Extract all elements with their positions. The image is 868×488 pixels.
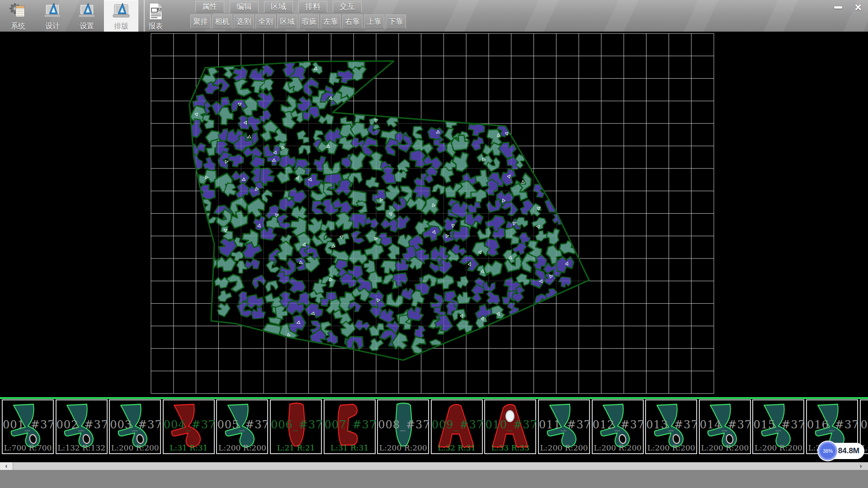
piece-label: 015_#37	[753, 418, 803, 431]
memory-percent: 38%	[818, 441, 837, 460]
menu-edit[interactable]: 编辑	[230, 1, 259, 13]
ruler-laptop-icon	[42, 1, 62, 21]
tool-cut-all[interactable]: 全割	[255, 14, 276, 29]
piece-lr-count: L:200 R:200	[217, 443, 267, 452]
tool-select-cut[interactable]: 选割	[234, 14, 254, 29]
ribbon-tab-label: 设计	[45, 22, 60, 31]
piece-cell-002_#37[interactable]: 002_#37L:132 R:132	[56, 399, 108, 454]
strip-accent-line	[0, 397, 868, 399]
tool-snap-up[interactable]: 上靠	[364, 14, 384, 29]
window-controls: ×	[830, 1, 866, 14]
piece-lr-count: L:200 R:200	[539, 443, 589, 452]
scroll-right-arrow[interactable]: ›	[856, 462, 865, 470]
ribbon-tab-label: 设置	[80, 22, 94, 31]
piece-cell-015_#37[interactable]: 015_#37L:200 R:200	[752, 399, 804, 454]
piece-label: 014_#37	[700, 418, 750, 431]
ribbon-tab-label: 系统	[11, 22, 25, 31]
horizontal-scrollbar[interactable]: ‹ ›	[0, 462, 868, 470]
piece-cell-014_#37[interactable]: 014_#37L:200 R:200	[699, 399, 751, 454]
piece-label: 001_#37	[3, 418, 53, 431]
tool-defect[interactable]: 瑕疵	[299, 14, 319, 29]
piece-lr-count: L:200 R:200	[700, 443, 750, 452]
titlebar: 系统设计设置排版报表 属性编辑区域排料交互 聚排相机选割全割区域瑕疵左靠右靠上靠…	[0, 0, 868, 32]
piece-label: 012_#37	[593, 418, 643, 431]
piece-label: 011_#37	[539, 418, 589, 431]
close-icon: ×	[854, 1, 861, 13]
ruler-laptop-icon	[77, 1, 97, 21]
piece-label: 002_#37	[57, 418, 107, 431]
piece-lr-count: L:200 R:200	[110, 443, 160, 452]
ribbon-tab-nesting[interactable]: 排版	[104, 0, 138, 32]
tool-snap-right[interactable]: 右靠	[342, 14, 363, 29]
status-bar	[0, 470, 868, 488]
menu-properties[interactable]: 属性	[195, 1, 224, 13]
piece-label: 006_#37	[271, 418, 321, 431]
nesting-canvas[interactable]	[0, 32, 868, 397]
close-button[interactable]: ×	[850, 1, 866, 14]
piece-lr-count: L:31 R:31	[325, 443, 375, 452]
minimize-button[interactable]	[830, 1, 846, 14]
piece-cell-012_#37[interactable]: 012_#37L:200 R:200	[592, 399, 644, 454]
piece-cell-007_#37[interactable]: 007_#37L:31 R:31	[324, 399, 376, 454]
minimize-icon	[834, 6, 842, 9]
piece-lr-count: L:200 R:200	[753, 443, 803, 452]
tool-region[interactable]: 区域	[277, 14, 297, 29]
piece-cell-003_#37[interactable]: 003_#37L:200 R:200	[109, 399, 161, 454]
ribbon-tab-design[interactable]: 设计	[35, 0, 70, 32]
scroll-left-arrow[interactable]: ‹	[0, 462, 13, 470]
tool-cluster-nest[interactable]: 聚排	[190, 14, 211, 29]
piece-lr-count: L:700 R:700	[3, 443, 53, 452]
piece-lr-count: L:21 R:21	[271, 443, 321, 452]
piece-label: 003_#37	[110, 418, 160, 431]
tool-row: 聚排相机选割全割区域瑕疵左靠右靠上靠下靠	[190, 14, 406, 29]
piece-lr-count: L:32 R:31	[432, 443, 482, 452]
piece-label: 005_#37	[217, 418, 267, 431]
ribbon-separator	[144, 0, 145, 32]
piece-cell-001_#37[interactable]: 001_#37L:700 R:700	[2, 399, 54, 454]
piece-cell-010_#37[interactable]: 010_#37L:33 R:33	[484, 399, 536, 454]
piece-lr-count: L:200 R:200	[378, 443, 428, 452]
piece-label: 007_#37	[325, 418, 375, 431]
piece-cell-009_#37[interactable]: 009_#37L:32 R:31	[431, 399, 483, 454]
piece-cell-008_#37[interactable]: 008_#37L:200 R:200	[377, 399, 429, 454]
gear-doc-icon	[8, 1, 28, 21]
ribbon-tab-settings[interactable]: 设置	[70, 0, 104, 32]
piece-lr-count: L:200 R:200	[646, 443, 696, 452]
piece-cell-013_#37[interactable]: 013_#37L:200 R:200	[645, 399, 697, 454]
piece-cell-005_#37[interactable]: 005_#37L:200 R:200	[216, 399, 268, 454]
piece-label: 017_#37	[861, 418, 868, 431]
report-doc-icon	[146, 1, 165, 21]
menu-nest[interactable]: 排料	[298, 1, 327, 13]
nesting-layout-drawing	[0, 32, 868, 397]
menu-region[interactable]: 区域	[264, 1, 293, 13]
piece-lr-count: L:200 R:200	[593, 443, 643, 452]
piece-label: 013_#37	[646, 418, 696, 431]
piece-label: 010_#37	[485, 418, 535, 431]
tool-snap-down[interactable]: 下靠	[386, 14, 406, 29]
piece-label: 016_#37	[807, 418, 857, 431]
piece-cell-011_#37[interactable]: 011_#37L:200 R:200	[538, 399, 590, 454]
memory-usage-badge: 384.8M 38%	[818, 441, 865, 460]
ribbon-tabs: 系统设计设置排版报表	[1, 0, 173, 32]
piece-label: 008_#37	[378, 418, 428, 431]
ribbon-tab-system[interactable]: 系统	[1, 0, 35, 32]
ribbon-tab-label: 报表	[148, 22, 163, 31]
piece-cell-004_#37[interactable]: 004_#37L:31 R:31	[163, 399, 215, 454]
piece-thumbnail-strip: 001_#37L:700 R:700002_#37L:132 R:132003_…	[0, 397, 868, 462]
piece-lr-count: L:132 R:132	[57, 443, 107, 452]
menu-interact[interactable]: 交互	[333, 1, 362, 13]
tool-camera[interactable]: 相机	[212, 14, 232, 29]
tool-snap-left[interactable]: 左靠	[321, 14, 341, 29]
ribbon-tab-label: 排版	[114, 22, 128, 31]
piece-label: 004_#37	[164, 418, 214, 431]
piece-cells: 001_#37L:700 R:700002_#37L:132 R:132003_…	[0, 399, 868, 455]
menu-row: 属性编辑区域排料交互	[195, 1, 362, 13]
piece-cell-006_#37[interactable]: 006_#37L:21 R:21	[270, 399, 322, 454]
piece-lr-count: L:31 R:31	[164, 443, 214, 452]
ruler-laptop-icon	[111, 1, 131, 21]
piece-label: 009_#37	[432, 418, 482, 431]
piece-lr-count: L:33 R:33	[485, 443, 535, 452]
